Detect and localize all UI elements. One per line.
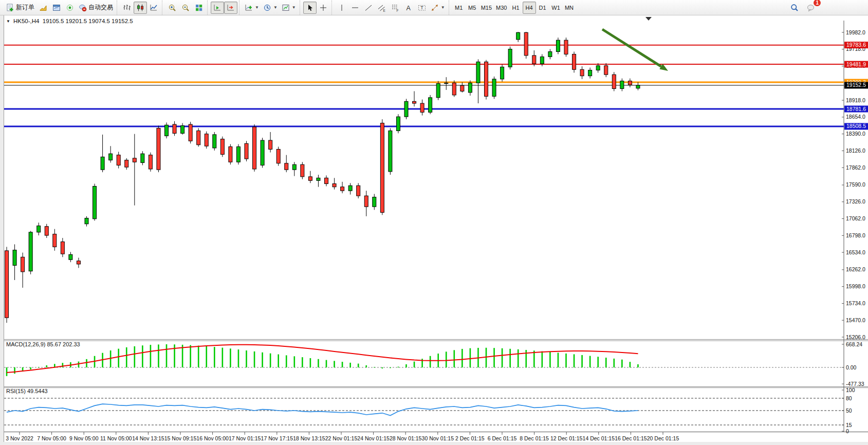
candle: [325, 178, 328, 183]
candle: [556, 40, 560, 51]
timeframe-button-h1[interactable]: H1: [509, 2, 523, 14]
svg-text:16534.0: 16534.0: [846, 249, 865, 255]
new-order-button[interactable]: 新订单: [4, 2, 36, 14]
candle: [620, 81, 624, 89]
timeframe-button-h4[interactable]: H4: [523, 2, 536, 14]
arrows-icon: [431, 4, 439, 12]
auto-trading-button[interactable]: 自动交易: [77, 2, 115, 14]
svg-text:15470.0: 15470.0: [846, 317, 865, 323]
candle: [181, 126, 184, 134]
svg-text:12 Dec 01:15: 12 Dec 01:15: [550, 435, 583, 441]
candle: [205, 134, 208, 146]
chevron-down-icon[interactable]: ▼: [6, 19, 10, 24]
profile-button[interactable]: [36, 2, 50, 14]
indicators-icon: [245, 4, 253, 12]
trendline-icon: [364, 4, 373, 12]
text-button[interactable]: A: [402, 2, 415, 14]
svg-text:50: 50: [846, 407, 852, 414]
svg-text:8 Dec 01:15: 8 Dec 01:15: [520, 435, 549, 441]
chart-canvas[interactable]: 19982.019718.019454.018918.018654.018390…: [0, 15, 868, 445]
candle: [189, 124, 192, 141]
candle: [413, 101, 416, 103]
profile-icon: [39, 4, 47, 12]
candle: [269, 140, 272, 149]
timeframe-button-m1[interactable]: M1: [452, 2, 466, 14]
auto-scroll-button[interactable]: [211, 2, 224, 14]
periods-button[interactable]: ▼: [261, 2, 280, 14]
trendline-button[interactable]: [362, 2, 375, 14]
svg-text:F: F: [396, 8, 398, 12]
toolbar-group: EFAT▼: [331, 1, 449, 15]
candle: [612, 75, 616, 88]
notifications-button[interactable]: 1: [804, 2, 818, 14]
indicators-button[interactable]: ▼: [243, 2, 261, 14]
svg-text:2 Dec 01:15: 2 Dec 01:15: [455, 435, 485, 441]
candle: [445, 83, 448, 83]
candle: [101, 157, 104, 170]
candle: [276, 149, 280, 163]
timeframe-button-m5[interactable]: M5: [466, 2, 479, 14]
crosshair-button[interactable]: [317, 2, 330, 14]
signals-button[interactable]: [63, 2, 77, 14]
svg-text:18654.0: 18654.0: [846, 114, 865, 120]
svg-text:15: 15: [846, 422, 852, 428]
arrows-button[interactable]: ▼: [429, 2, 447, 14]
toolbar-group: ▼▼▼: [239, 1, 300, 15]
periods-icon: [263, 4, 271, 12]
tile-windows-icon: [195, 4, 203, 12]
svg-text:6 Dec 01:15: 6 Dec 01:15: [488, 435, 517, 441]
candle: [501, 67, 504, 79]
candle: [141, 154, 144, 162]
market-watch-button[interactable]: [50, 2, 63, 14]
text-label-button[interactable]: T: [415, 2, 429, 14]
timeframe-button-w1[interactable]: W1: [549, 2, 563, 14]
dropdown-arrow-icon[interactable]: ▼: [273, 5, 278, 10]
bar-chart-icon: [123, 4, 131, 12]
horizontal-line-button[interactable]: [348, 2, 362, 14]
notification-badge: 1: [814, 0, 821, 6]
timeframe-button-m30[interactable]: M30: [494, 2, 509, 14]
chart-shift-button[interactable]: [224, 2, 237, 14]
vertical-line-button[interactable]: [335, 2, 348, 14]
candle: [77, 261, 80, 264]
cursor-button[interactable]: [303, 2, 317, 14]
templates-button[interactable]: ▼: [280, 2, 298, 14]
candle-chart-button[interactable]: [134, 2, 147, 14]
candle: [636, 85, 640, 88]
candle: [93, 186, 97, 218]
search-button[interactable]: [788, 2, 801, 14]
timeframe-button-mn[interactable]: MN: [563, 2, 576, 14]
svg-text:24 Nov 01:15: 24 Nov 01:15: [357, 435, 390, 441]
dropdown-arrow-icon[interactable]: ▼: [441, 5, 445, 10]
line-chart-button[interactable]: [147, 2, 160, 14]
chart-shift-icon: [227, 4, 235, 12]
candle: [125, 160, 128, 168]
fibonacci-button[interactable]: F: [389, 2, 402, 14]
chart-background: [0, 15, 868, 445]
zoom-out-button[interactable]: [179, 2, 192, 14]
tile-windows-button[interactable]: [192, 2, 206, 14]
candle: [69, 254, 72, 259]
dropdown-arrow-icon[interactable]: ▼: [255, 5, 259, 10]
svg-text:15734.0: 15734.0: [846, 300, 865, 306]
svg-text:18918.0: 18918.0: [846, 97, 865, 103]
window-bottom-edge: [0, 442, 868, 445]
candle: [485, 62, 488, 96]
candle: [364, 196, 368, 207]
equidistant-channel-button[interactable]: E: [375, 2, 389, 14]
templates-icon: [282, 4, 290, 12]
timeframe-button-d1[interactable]: D1: [536, 2, 549, 14]
price-chart-svg: 19982.019718.019454.018918.018654.018390…: [0, 15, 868, 445]
line-chart-icon: [150, 4, 158, 12]
svg-text:28 Nov 01:15: 28 Nov 01:15: [390, 435, 422, 441]
timeframe-button-m15[interactable]: M15: [479, 2, 494, 14]
zoom-in-button[interactable]: [165, 2, 179, 14]
candle: [245, 143, 248, 159]
toolbar-right-group: 1: [788, 2, 868, 14]
bar-chart-button[interactable]: [120, 2, 134, 14]
zoom-out-icon: [181, 4, 190, 12]
dropdown-arrow-icon[interactable]: ▼: [292, 5, 296, 10]
market-watch-icon: [52, 4, 61, 12]
candle: [588, 70, 592, 76]
candle: [396, 117, 400, 131]
